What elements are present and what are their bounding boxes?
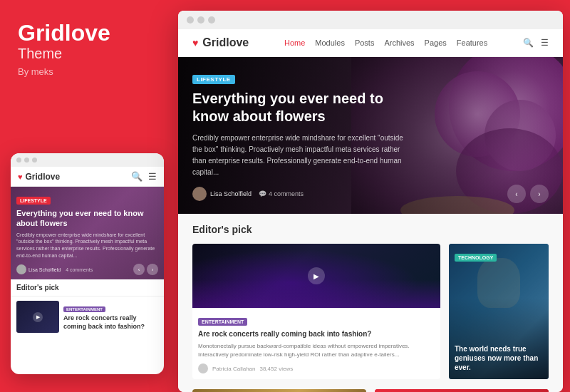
hero-badge: LIFESTYLE — [192, 75, 235, 84]
search-icon[interactable]: 🔍 — [131, 171, 142, 182]
mobile-prev-arrow[interactable]: ‹ — [133, 264, 145, 275]
concert-card-body: ENTERTAINMENT Are rock concerts really c… — [192, 308, 440, 379]
hero-section: LIFESTYLE Everything you ever need to kn… — [178, 57, 563, 214]
main-browser: ♥ Gridlove Home Modules Posts Archives P… — [178, 11, 563, 392]
hero-excerpt: Credibly empower enterprise wide mindsha… — [192, 133, 404, 178]
mobile-author: Lisa Scholfield 4 comments — [16, 264, 93, 274]
concert-title: Are rock concerts really coming back int… — [198, 329, 435, 339]
editors-pick-title: Editor's pick — [192, 224, 549, 235]
mobile-arrows: ‹ › — [133, 264, 158, 275]
nav-icons: 🔍 ☰ — [523, 38, 549, 48]
mobile-editors-pick: Editor's pick — [11, 279, 164, 296]
editor-card-genius: TECHNOLOGY The world needs true geniuses… — [449, 244, 549, 379]
hero-author: Lisa Scholfield — [192, 187, 252, 201]
mobile-card-content: ENTERTAINMENT Are rock concerts really c… — [63, 301, 158, 333]
mobile-hero-title: Everything you ever need to know about f… — [16, 208, 158, 229]
nav-home[interactable]: Home — [284, 38, 305, 47]
mobile-hero-excerpt: Credibly empower enterprise wide mindsha… — [16, 232, 158, 259]
monetize-image: AD MONETIZE YOUR WEBSITE — [375, 389, 549, 392]
comment-icon: 💬 — [259, 190, 266, 197]
bottom-card-featured: TECHNOLOGY TRAVEL Does a blog post look … — [192, 389, 366, 392]
browser-bar — [178, 11, 563, 29]
hero-author-name: Lisa Scholfield — [210, 190, 252, 197]
concert-excerpt: Monotonectally pursue backward-compatibl… — [198, 342, 435, 359]
logo-heart-icon: ♥ — [192, 37, 198, 48]
concert-badge: ENTERTAINMENT — [198, 318, 247, 326]
nav-features[interactable]: Features — [457, 38, 487, 47]
concert-views: 38,452 views — [259, 366, 293, 372]
browser-dot-3 — [208, 16, 215, 24]
hero-comments-count: 4 comments — [269, 190, 304, 197]
mobile-avatar — [16, 264, 26, 274]
mobile-comments: 4 comments — [66, 267, 93, 272]
site-logo: ♥ Gridlove — [192, 36, 249, 49]
mobile-mockup: ♥ Gridlove 🔍 ☰ LIFESTYLE Everything you … — [11, 153, 164, 374]
mobile-play-button[interactable]: ▶ — [33, 312, 43, 322]
logo-text: Gridlove — [202, 36, 249, 49]
menu-icon[interactable]: ☰ — [148, 171, 157, 182]
dot-3 — [32, 158, 37, 163]
mobile-logo-text: Gridlove — [26, 172, 61, 182]
concert-author: Patricia Callahan — [212, 366, 255, 372]
brand-by: By meks — [18, 66, 157, 77]
site-header: ♥ Gridlove Home Modules Posts Archives P… — [178, 29, 563, 57]
brand-name: Gridlove — [18, 21, 157, 44]
editors-section: Editor's pick ▶ ENTERTAINMENT Are rock c… — [178, 214, 563, 389]
hero-meta: Lisa Scholfield 💬 4 comments — [192, 187, 404, 201]
bottom-card-monetize: AD MONETIZE YOUR WEBSITE — [375, 389, 549, 392]
nav-posts[interactable]: Posts — [355, 38, 375, 47]
browser-dot-1 — [187, 16, 194, 24]
mobile-hero: LIFESTYLE Everything you ever need to kn… — [11, 187, 164, 279]
concert-play-btn[interactable]: ▶ — [308, 267, 325, 284]
mobile-next-arrow[interactable]: › — [147, 264, 158, 275]
bottom-grid: TECHNOLOGY TRAVEL Does a blog post look … — [178, 389, 563, 392]
hero-title: Everything you ever need to know about f… — [192, 90, 404, 125]
mobile-header: ♥ Gridlove 🔍 ☰ — [11, 167, 164, 187]
mobile-logo: ♥ Gridlove — [18, 172, 60, 182]
editors-grid: ▶ ENTERTAINMENT Are rock concerts really… — [192, 244, 549, 379]
search-icon[interactable]: 🔍 — [523, 38, 534, 48]
brand-subtitle: Theme — [18, 46, 157, 62]
editor-card-concert: ▶ ENTERTAINMENT Are rock concerts really… — [192, 244, 440, 379]
hero-comments: 💬 4 comments — [259, 190, 304, 197]
mobile-author-name: Lisa Scholfield — [28, 267, 61, 272]
mobile-card-title: Are rock concerts really coming back int… — [63, 314, 158, 331]
mobile-hero-footer: Lisa Scholfield 4 comments ‹ › — [16, 264, 158, 275]
nav-archives[interactable]: Archives — [384, 38, 414, 47]
menu-icon[interactable]: ☰ — [541, 38, 549, 48]
nav-pages[interactable]: Pages — [425, 38, 447, 47]
browser-dot-2 — [197, 16, 204, 24]
site-nav: Home Modules Posts Archives Pages Featur… — [284, 38, 487, 47]
dot-2 — [24, 158, 29, 163]
hero-nav-arrows: ‹ › — [507, 185, 549, 203]
lifestyle-image — [192, 389, 366, 392]
mobile-card-img: ▶ — [16, 301, 59, 333]
nav-modules[interactable]: Modules — [315, 38, 345, 47]
hero-avatar — [192, 187, 207, 201]
mobile-bottom-card: ▶ ENTERTAINMENT Are rock concerts really… — [11, 296, 164, 337]
hero-next-arrow[interactable]: › — [530, 185, 549, 203]
mobile-header-icons: 🔍 ☰ — [131, 171, 157, 182]
heart-icon: ♥ — [18, 172, 23, 181]
left-panel: Gridlove Theme By meks ♥ Gridlove 🔍 ☰ LI… — [0, 0, 175, 392]
hero-prev-arrow[interactable]: ‹ — [507, 185, 526, 203]
genius-badge-container: TECHNOLOGY — [455, 249, 497, 265]
concert-image: ▶ — [192, 244, 440, 308]
hero-content: LIFESTYLE Everything you ever need to kn… — [192, 71, 404, 201]
mobile-browser-bar — [11, 153, 164, 167]
concert-meta: Patricia Callahan 38,452 views — [198, 363, 435, 373]
mobile-lifestyle-badge: LIFESTYLE — [16, 197, 51, 205]
genius-title: The world needs true geniuses now more t… — [455, 344, 543, 372]
dot-1 — [16, 158, 21, 163]
mobile-card-badge: ENTERTAINMENT — [63, 306, 105, 312]
genius-badge: TECHNOLOGY — [455, 254, 497, 262]
concert-author-avatar — [198, 363, 208, 373]
